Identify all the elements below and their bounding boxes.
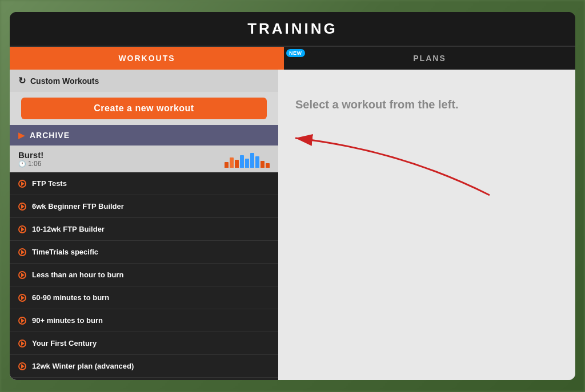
chart-bar	[250, 153, 254, 168]
list-item[interactable]: 10-12wk FTP Builder	[10, 218, 278, 241]
new-badge: NEW	[286, 49, 305, 57]
chart-bar	[230, 157, 234, 168]
tab-workouts[interactable]: WORKOUTS	[10, 47, 284, 70]
list-item[interactable]: Hunter's Challenge	[10, 378, 278, 380]
list-item[interactable]: 90+ minutes to burn	[10, 309, 278, 332]
archive-header: ▶ ARCHIVE	[10, 125, 278, 146]
right-panel: Select a workout from the left.	[278, 70, 575, 380]
play-icon	[18, 317, 26, 325]
custom-workouts-label: Custom Workouts	[30, 76, 99, 86]
chart-bar	[261, 161, 265, 168]
play-icon	[18, 203, 26, 211]
list-item-label: 60-90 minutes to burn	[32, 293, 109, 302]
list-item[interactable]: 6wk Beginner FTP Builder	[10, 195, 278, 218]
list-item-label: 10-12wk FTP Builder	[32, 225, 105, 233]
burst-time: 🕐 1:06	[18, 160, 43, 168]
play-icon	[18, 294, 26, 302]
burst-item-info: Burst! 🕐 1:06	[18, 150, 43, 168]
archive-play-icon: ▶	[18, 131, 25, 140]
tabs-row: WORKOUTS PLANS NEW	[10, 47, 575, 70]
chart-bar	[255, 156, 259, 168]
list-item-label: TimeTrials specific	[32, 248, 98, 256]
create-new-workout-button[interactable]: Create a new workout	[21, 98, 267, 119]
burst-list-item[interactable]: Burst! 🕐 1:06	[10, 146, 278, 172]
list-item[interactable]: FTP Tests	[10, 172, 278, 195]
create-btn-wrapper: Create a new workout	[10, 92, 278, 125]
list-item-label: Your First Century	[32, 339, 97, 347]
chart-bar	[240, 155, 244, 168]
burst-chart	[225, 151, 270, 168]
burst-title: Burst!	[18, 150, 43, 160]
list-item[interactable]: Less than an hour to burn	[10, 264, 278, 286]
play-icon	[18, 340, 26, 347]
tab-workouts-label: WORKOUTS	[118, 54, 175, 63]
title-bar: TRAINING	[10, 12, 575, 47]
list-item[interactable]: 12wk Winter plan (advanced)	[10, 355, 278, 378]
list-item-label: Less than an hour to burn	[32, 270, 123, 279]
list-item-label: FTP Tests	[32, 179, 67, 188]
chart-bar	[235, 160, 239, 168]
custom-workouts-header: ↻ Custom Workouts	[10, 70, 278, 92]
list-item[interactable]: 60-90 minutes to burn	[10, 286, 278, 309]
list-item-label: 90+ minutes to burn	[32, 316, 103, 325]
sync-icon: ↻	[18, 75, 26, 86]
chart-bar	[245, 159, 249, 168]
play-icon	[18, 362, 26, 370]
play-icon	[18, 271, 26, 279]
clock-icon: 🕐	[18, 160, 26, 168]
workout-list: FTP Tests6wk Beginner FTP Builder10-12wk…	[10, 172, 278, 380]
list-item-label: 12wk Winter plan (advanced)	[32, 362, 134, 370]
chart-bar	[225, 162, 229, 168]
main-container: TRAINING WORKOUTS PLANS NEW ↻ Custom Wor…	[10, 12, 575, 380]
play-icon	[18, 225, 26, 233]
main-body: ↻ Custom Workouts Create a new workout ▶…	[10, 70, 575, 380]
play-icon	[18, 248, 26, 256]
archive-label: ARCHIVE	[30, 131, 70, 140]
tab-plans-label: PLANS	[413, 54, 446, 63]
left-panel: ↻ Custom Workouts Create a new workout ▶…	[10, 70, 278, 380]
tab-plans[interactable]: PLANS	[284, 47, 575, 70]
list-item[interactable]: Your First Century	[10, 332, 278, 355]
arrow-indicator	[284, 104, 501, 218]
chart-bar	[266, 163, 270, 168]
app-title: TRAINING	[10, 20, 575, 38]
play-icon	[18, 180, 26, 188]
content-area: WORKOUTS PLANS NEW ↻ Custom Workouts Cre…	[10, 47, 575, 380]
list-item[interactable]: TimeTrials specific	[10, 241, 278, 264]
list-item-label: 6wk Beginner FTP Builder	[32, 202, 124, 211]
